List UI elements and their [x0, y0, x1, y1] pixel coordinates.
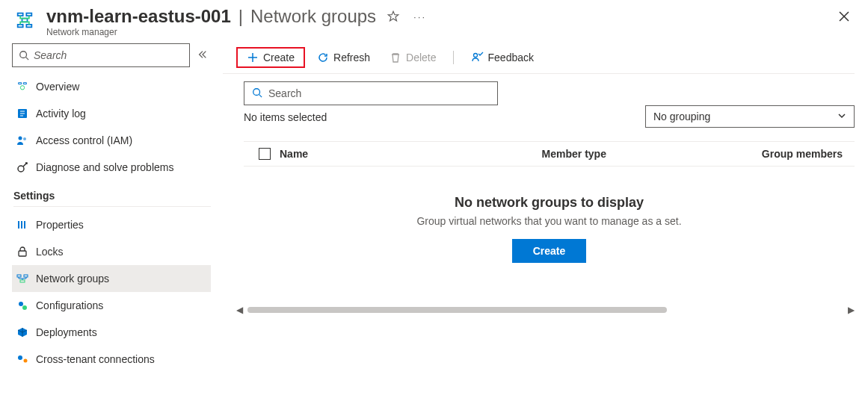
sidebar-item-properties[interactable]: Properties [12, 211, 211, 238]
network-manager-resource-icon [13, 9, 36, 31]
sidebar-item-label: Properties [36, 219, 84, 231]
sidebar-item-overview[interactable]: Overview [12, 73, 211, 100]
favorite-button[interactable] [384, 7, 403, 26]
resource-name: vnm-learn-eastus-001 [46, 6, 231, 27]
configurations-icon [16, 299, 28, 311]
command-bar: Create Refresh Delete Feedback [223, 42, 855, 74]
svg-rect-9 [20, 280, 25, 282]
sidebar-item-label: Access control (IAM) [36, 134, 132, 146]
overview-icon [16, 81, 28, 93]
plus-icon [247, 52, 259, 63]
svg-rect-7 [17, 275, 21, 277]
empty-state-subtitle: Group virtual networks that you want to … [244, 215, 855, 227]
scrollbar-track[interactable] [246, 305, 845, 315]
cross-tenant-icon [16, 353, 28, 365]
scrollbar-thumb[interactable] [247, 307, 667, 313]
svg-point-10 [19, 302, 23, 306]
svg-point-5 [18, 166, 24, 172]
empty-state: No network groups to display Group virtu… [244, 195, 855, 263]
delete-button: Delete [382, 47, 443, 68]
blade-header: vnm-learn-eastus-001 | Network groups ··… [0, 0, 868, 42]
scroll-left-icon: ◀ [236, 305, 243, 315]
grouping-dropdown[interactable]: No grouping [645, 105, 855, 128]
delete-label: Delete [406, 52, 436, 63]
svg-point-15 [253, 88, 260, 95]
svg-point-12 [18, 355, 22, 360]
empty-create-button[interactable]: Create [512, 239, 587, 263]
sidebar-search-input[interactable] [34, 49, 183, 61]
page-title: Network groups [250, 6, 376, 27]
svg-point-14 [473, 54, 477, 58]
scroll-right-icon: ▶ [848, 305, 855, 315]
refresh-button[interactable]: Refresh [310, 47, 378, 68]
sidebar-item-diagnose[interactable]: Diagnose and solve problems [12, 154, 211, 181]
trash-icon [390, 52, 401, 63]
create-button[interactable]: Create [236, 47, 305, 68]
collapse-sidebar-button[interactable] [194, 46, 211, 65]
ellipsis-icon: ··· [413, 11, 426, 22]
refresh-label: Refresh [333, 52, 370, 63]
table-search-input[interactable] [268, 87, 490, 99]
sidebar-section-settings: Settings [13, 190, 211, 207]
sidebar-item-access-control[interactable]: Access control (IAM) [12, 127, 211, 154]
grouping-value: No grouping [653, 111, 710, 122]
activity-log-icon [16, 108, 28, 119]
empty-state-title: No network groups to display [244, 195, 855, 211]
sidebar-item-label: Deployments [36, 326, 97, 338]
sidebar-item-deployments[interactable]: Deployments [12, 319, 211, 346]
svg-point-11 [22, 305, 27, 310]
sidebar-item-network-groups[interactable]: Network groups [12, 265, 211, 292]
close-blade-button[interactable] [834, 6, 855, 29]
sidebar-item-configurations[interactable]: Configurations [12, 292, 211, 319]
sidebar-item-locks[interactable]: Locks [12, 238, 211, 265]
chevron-double-left-icon [197, 49, 208, 60]
close-icon [838, 10, 850, 22]
sidebar-item-label: Diagnose and solve problems [36, 161, 173, 173]
column-header-group-members[interactable]: Group members [729, 148, 849, 160]
svg-rect-8 [24, 275, 28, 277]
feedback-icon [470, 51, 484, 64]
table-search[interactable] [244, 81, 498, 105]
sidebar-item-label: Configurations [36, 299, 103, 311]
main-content: Create Refresh Delete Feedback No items … [223, 42, 868, 404]
search-icon [19, 50, 29, 60]
sidebar: Overview Activity log Access control (IA… [0, 42, 223, 404]
search-icon [252, 87, 262, 100]
svg-point-0 [20, 52, 27, 58]
toolbar-separator [453, 51, 454, 64]
deployments-icon [16, 326, 28, 338]
access-control-icon [16, 134, 28, 146]
column-header-member-type[interactable]: Member type [542, 148, 729, 160]
title-block: vnm-learn-eastus-001 | Network groups ··… [46, 6, 823, 37]
chevron-down-icon [837, 111, 846, 122]
grid-header-row: Name Member type Group members [244, 141, 855, 167]
sidebar-search[interactable] [12, 43, 190, 67]
create-label: Create [263, 52, 295, 63]
properties-icon [16, 219, 28, 231]
feedback-button[interactable]: Feedback [463, 46, 541, 69]
sidebar-item-label: Activity log [36, 108, 86, 119]
network-groups-icon [16, 273, 28, 285]
svg-point-13 [24, 359, 28, 363]
svg-point-1 [20, 86, 24, 90]
locks-icon [16, 246, 28, 258]
sidebar-item-cross-tenant[interactable]: Cross-tenant connections [12, 346, 211, 373]
svg-point-3 [19, 137, 22, 140]
more-actions-button[interactable]: ··· [410, 8, 429, 25]
diagnose-icon [16, 161, 28, 173]
horizontal-scrollbar[interactable]: ◀ ▶ [236, 305, 855, 315]
sidebar-item-label: Locks [36, 246, 64, 258]
sidebar-item-label: Cross-tenant connections [36, 353, 155, 365]
refresh-icon [317, 52, 329, 63]
feedback-label: Feedback [488, 52, 534, 63]
select-all-cell[interactable] [250, 148, 280, 160]
svg-rect-6 [19, 251, 26, 256]
resource-type-subtitle: Network manager [46, 27, 823, 37]
star-icon [387, 10, 400, 23]
sidebar-item-activity-log[interactable]: Activity log [12, 100, 211, 127]
column-header-name[interactable]: Name [280, 148, 542, 160]
title-separator: | [238, 6, 243, 27]
svg-point-4 [23, 137, 26, 140]
sidebar-item-label: Network groups [36, 273, 109, 285]
sidebar-item-label: Overview [36, 81, 79, 93]
